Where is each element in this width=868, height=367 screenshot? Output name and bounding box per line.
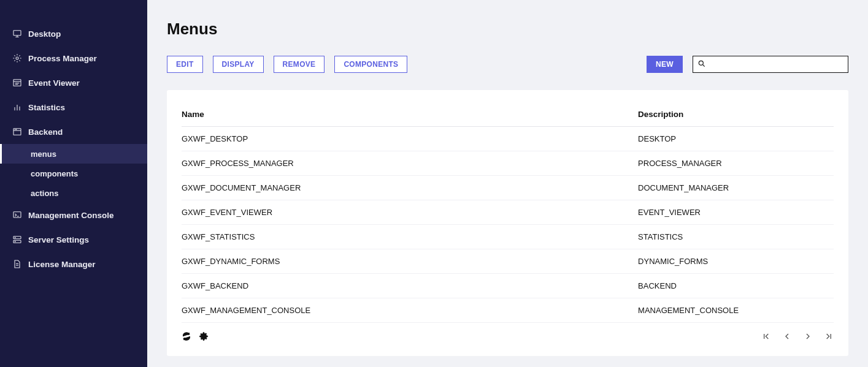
table-row[interactable]: GXWF_BACKENDBACKEND: [182, 274, 834, 298]
server-gear-icon: [12, 235, 22, 244]
svg-rect-0: [13, 31, 21, 36]
sidebar-item-desktop[interactable]: Desktop: [0, 21, 147, 46]
sidebar-item-label: Server Settings: [28, 235, 89, 244]
svg-point-23: [699, 61, 703, 65]
sidebar-item-label: Event Viewer: [28, 78, 80, 88]
cell-name: GXWF_STATISTICS: [182, 225, 638, 249]
sidebar-item-event-viewer[interactable]: Event Viewer: [0, 70, 147, 95]
svg-line-24: [702, 64, 704, 66]
cell-name: GXWF_DESKTOP: [182, 127, 638, 151]
svg-point-20: [15, 241, 15, 242]
sidebar-item-management-console[interactable]: Management Console: [0, 203, 147, 227]
search-wrap: [693, 56, 848, 73]
cell-name: GXWF_BACKEND: [182, 274, 638, 298]
page-last-icon[interactable]: [824, 331, 834, 341]
app-window-icon: [12, 127, 22, 137]
sidebar-item-label: License Manager: [28, 260, 96, 269]
cell-name: GXWF_EVENT_VIEWER: [182, 200, 638, 225]
sidebar-sub-actions[interactable]: actions: [0, 183, 147, 203]
gear-dots-icon: [12, 53, 22, 63]
card-footer: [182, 331, 834, 341]
new-button[interactable]: NEW: [647, 56, 683, 73]
page-prev-icon[interactable]: [782, 331, 792, 341]
window-list-icon: [12, 78, 22, 88]
sidebar-item-label: Management Console: [28, 211, 114, 220]
toolbar: EDIT DISPLAY REMOVE COMPONENTS NEW: [167, 56, 848, 73]
table-row[interactable]: GXWF_DOCUMENT_MANAGERDOCUMENT_MANAGER: [182, 176, 834, 200]
settings-gear-icon[interactable]: [199, 331, 209, 341]
console-icon: [12, 210, 22, 220]
page-next-icon[interactable]: [803, 331, 813, 341]
display-button[interactable]: DISPLAY: [213, 56, 264, 73]
table-row[interactable]: GXWF_STATISTICSSTATISTICS: [182, 225, 834, 249]
table-row[interactable]: GXWF_MANAGEMENT_CONSOLEMANAGEMENT_CONSOL…: [182, 298, 834, 323]
sidebar-item-label: Process Manager: [28, 54, 97, 63]
remove-button[interactable]: REMOVE: [274, 56, 325, 73]
table-header-description[interactable]: Description: [638, 105, 834, 127]
cell-description: DESKTOP: [638, 127, 834, 151]
sidebar-sub-label: actions: [31, 189, 59, 198]
document-icon: [12, 259, 22, 269]
sidebar-item-label: Backend: [28, 127, 63, 137]
main-content: Menus EDIT DISPLAY REMOVE COMPONENTS NEW…: [147, 0, 868, 367]
svg-rect-4: [13, 80, 21, 86]
table-row[interactable]: GXWF_EVENT_VIEWEREVENT_VIEWER: [182, 200, 834, 225]
page-title: Menus: [167, 20, 848, 39]
cell-name: GXWF_PROCESS_MANAGER: [182, 151, 638, 176]
table-header-name[interactable]: Name: [182, 105, 638, 127]
table-row[interactable]: GXWF_DYNAMIC_FORMSDYNAMIC_FORMS: [182, 249, 834, 274]
cell-name: GXWF_DOCUMENT_MANAGER: [182, 176, 638, 200]
cell-name: GXWF_MANAGEMENT_CONSOLE: [182, 298, 638, 323]
cell-description: PROCESS_MANAGER: [638, 151, 834, 176]
cell-description: EVENT_VIEWER: [638, 200, 834, 225]
refresh-icon[interactable]: [182, 331, 191, 341]
sidebar-sub-menus[interactable]: menus: [0, 144, 147, 164]
page-first-icon[interactable]: [761, 331, 771, 341]
sidebar-item-backend[interactable]: Backend: [0, 119, 147, 144]
cell-description: MANAGEMENT_CONSOLE: [638, 298, 834, 323]
edit-button[interactable]: EDIT: [167, 56, 203, 73]
cell-description: DOCUMENT_MANAGER: [638, 176, 834, 200]
table-card: Name Description GXWF_DESKTOPDESKTOPGXWF…: [167, 90, 848, 356]
table-row[interactable]: GXWF_DESKTOPDESKTOP: [182, 127, 834, 151]
search-icon: [697, 59, 706, 68]
svg-point-14: [16, 129, 17, 130]
pagination: [761, 331, 834, 341]
sidebar-item-process-manager[interactable]: Process Manager: [0, 46, 147, 70]
sidebar: Desktop Process Manager Event Viewer Sta…: [0, 0, 147, 367]
sidebar-sub-label: menus: [31, 149, 56, 159]
svg-rect-11: [13, 129, 21, 135]
cell-description: DYNAMIC_FORMS: [638, 249, 834, 274]
barchart-icon: [12, 102, 22, 112]
sidebar-sub-label: components: [31, 169, 78, 178]
sidebar-item-server-settings[interactable]: Server Settings: [0, 227, 147, 252]
monitor-icon: [12, 29, 22, 39]
sidebar-sub-components[interactable]: components: [0, 164, 147, 183]
menus-table: Name Description GXWF_DESKTOPDESKTOPGXWF…: [182, 105, 834, 323]
search-input[interactable]: [693, 56, 848, 73]
sidebar-item-statistics[interactable]: Statistics: [0, 95, 147, 119]
cell-description: STATISTICS: [638, 225, 834, 249]
cell-description: BACKEND: [638, 274, 834, 298]
svg-point-3: [16, 57, 18, 59]
sidebar-item-label: Statistics: [28, 103, 65, 112]
sidebar-item-label: Desktop: [28, 29, 61, 39]
svg-rect-15: [13, 212, 21, 218]
table-row[interactable]: GXWF_PROCESS_MANAGERPROCESS_MANAGER: [182, 151, 834, 176]
sidebar-item-license-manager[interactable]: License Manager: [0, 252, 147, 276]
svg-point-13: [15, 129, 15, 130]
components-button[interactable]: COMPONENTS: [334, 56, 407, 73]
svg-point-19: [15, 237, 15, 238]
cell-name: GXWF_DYNAMIC_FORMS: [182, 249, 638, 274]
